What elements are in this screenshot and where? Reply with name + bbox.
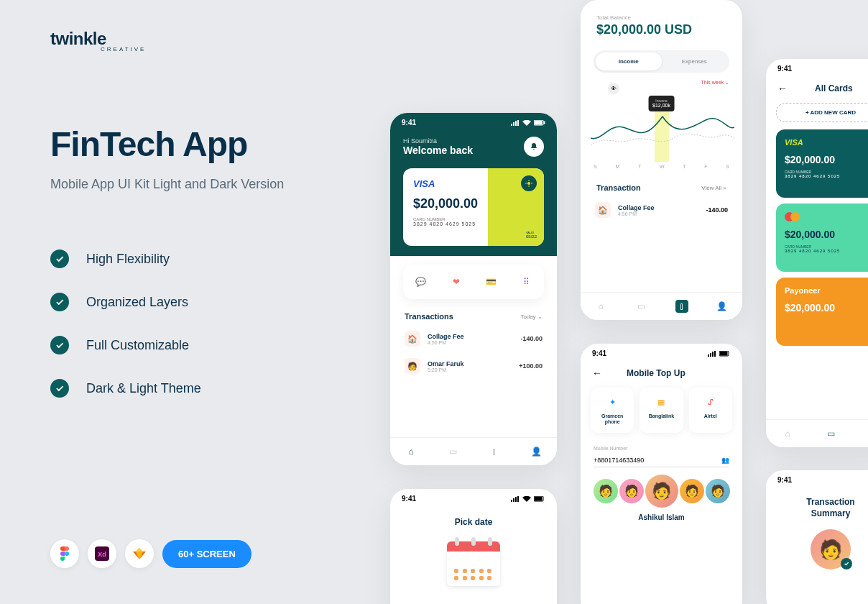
screen-count-badge: 60+ SCREEN — [162, 540, 251, 568]
txn-icon: 🧑 — [405, 358, 420, 374]
bottom-nav: ⌂ ▭ ⫿ — [766, 419, 868, 447]
action-chat-icon[interactable]: 💬 — [412, 273, 430, 290]
avatar[interactable] — [594, 479, 618, 503]
avatar-selected[interactable] — [645, 475, 678, 508]
notification-button[interactable] — [524, 137, 544, 157]
nav-profile-icon[interactable]: 👤 — [716, 300, 729, 313]
nav-home-icon[interactable]: ⌂ — [594, 300, 607, 313]
svg-rect-14 — [517, 496, 519, 502]
txn-name: Collage Fee — [618, 204, 698, 211]
svg-rect-18 — [710, 353, 711, 357]
card-payoneer[interactable]: Payoneer $20,000.00 — [776, 278, 868, 346]
add-card-button[interactable]: + ADD NEW CARD — [776, 103, 868, 122]
feature-item: High Flexibility — [50, 250, 366, 268]
calendar-illustration — [447, 537, 500, 586]
svg-text:Xd: Xd — [98, 551, 106, 558]
card-balance: $20,000.00 — [785, 302, 868, 314]
name-label: Name — [766, 569, 868, 582]
tab-expenses[interactable]: Expenses — [662, 52, 728, 70]
nav-stats-icon[interactable]: ⫿ — [488, 445, 501, 458]
greeting-text: Hi Soumitra — [403, 137, 473, 145]
card-brand: Payoneer — [785, 286, 868, 295]
adobe-xd-icon: Xd — [88, 539, 116, 568]
svg-rect-16 — [535, 497, 542, 500]
nav-wallet-icon[interactable]: ▭ — [824, 427, 837, 440]
card-mastercard[interactable]: $20,000.00 CARD NUMBER 3829 4820 4629 50… — [776, 203, 868, 272]
nav-profile-icon[interactable]: 👤 — [530, 445, 542, 458]
operator-grameenphone[interactable]: ✦ Grameen phone — [591, 388, 634, 433]
mockup-balance: Total Balance $20,000.00 USD Income Expe… — [581, 0, 742, 320]
bottom-nav: ⌂ ▭ ⫿ 👤 — [390, 437, 557, 465]
transaction-row[interactable]: 🏠 Collage Fee 4:56 PM -140.00 — [390, 325, 557, 352]
mobile-number-label: Mobile Number — [581, 433, 742, 454]
nav-stats-icon[interactable]: ⫿ — [675, 300, 688, 313]
view-all-link[interactable]: View All > — [701, 185, 726, 191]
txn-icon: 🏠 — [405, 331, 420, 347]
mockup-topup: 9:41 ← Mobile Top Up ✦ Grameen phone ▦ B… — [581, 344, 742, 604]
welcome-text: Welcome back — [403, 145, 473, 156]
avatar[interactable] — [706, 479, 730, 503]
svg-rect-3 — [511, 124, 512, 126]
svg-rect-20 — [714, 351, 716, 357]
feature-text: Dark & Light Theme — [86, 381, 201, 396]
svg-rect-19 — [712, 352, 714, 357]
txn-icon: 🏠 — [595, 202, 611, 218]
mastercard-icon — [785, 212, 868, 221]
transactions-filter[interactable]: Today ⌄ — [520, 314, 542, 320]
nav-wallet-icon[interactable]: ▭ — [446, 445, 459, 458]
page-title: TransactionSummary — [766, 497, 868, 519]
operator-banglalink[interactable]: ▦ Banglalink — [640, 388, 683, 433]
check-icon — [50, 379, 69, 398]
transaction-row[interactable]: 🧑 Omar Faruk 5:20 PM +100.00 — [390, 352, 557, 380]
action-heart-icon[interactable]: ❤ — [448, 273, 465, 290]
feature-text: Full Customizable — [86, 338, 189, 353]
nav-wallet-icon[interactable]: ▭ — [634, 300, 647, 313]
back-button[interactable]: ← — [777, 83, 788, 94]
card-visa[interactable]: VISA $20,000.00 CARD NUMBER 3829 4820 46… — [776, 129, 868, 198]
status-time: 9:41 — [402, 119, 416, 127]
status-icons — [511, 496, 545, 502]
svg-point-0 — [65, 552, 69, 556]
chart-visibility-icon[interactable]: 👁 — [608, 83, 619, 94]
transaction-row[interactable]: 🏠 Collage Fee 4:56 PM -140.00 — [581, 196, 742, 224]
svg-rect-4 — [513, 122, 514, 126]
nav-home-icon[interactable]: ⌂ — [781, 427, 794, 440]
avatar[interactable] — [619, 479, 644, 503]
grameenphone-icon: ✦ — [605, 395, 619, 409]
txn-amount: -140.00 — [706, 206, 728, 214]
card-balance: $20,000.00 — [785, 154, 868, 165]
nav-home-icon[interactable]: ⌂ — [405, 445, 417, 458]
txn-time: 4:56 PM — [618, 211, 698, 216]
sketch-icon — [125, 539, 154, 568]
action-apps-icon[interactable]: ⠿ — [518, 273, 535, 290]
tab-income[interactable]: Income — [596, 52, 662, 70]
figma-icon — [50, 539, 79, 568]
operator-name: Airtel — [692, 413, 729, 419]
txn-name: Collage Fee — [428, 333, 513, 340]
card-number-label: CARD NUMBER — [785, 170, 868, 174]
contacts-icon[interactable]: 👥 — [721, 457, 729, 464]
action-wallet-icon[interactable]: 💳 — [483, 273, 500, 290]
card-number: 3829 4820 4629 5025 — [785, 249, 868, 253]
mobile-number-input[interactable]: +8801714633490 👥 — [594, 454, 729, 467]
income-expense-tabs: Income Expenses — [594, 50, 729, 73]
verified-icon — [841, 558, 852, 569]
feature-list: High Flexibility Organized Layers Full C… — [50, 250, 366, 398]
svg-rect-9 — [544, 122, 545, 124]
avatar[interactable] — [680, 479, 704, 503]
check-icon — [50, 336, 69, 354]
chart-x-axis: SMTWTFS — [591, 164, 732, 169]
operator-airtel[interactable]: ᔑ Airtel — [689, 388, 732, 433]
feature-item: Organized Layers — [50, 293, 366, 311]
card-number: 3829 4820 4629 5025 — [413, 221, 534, 226]
svg-rect-13 — [515, 497, 517, 502]
operator-list: ✦ Grameen phone ▦ Banglalink ᔑ Airtel — [581, 388, 742, 433]
card-brand: VISA — [785, 138, 868, 147]
primary-card[interactable]: VISA $20,000.00 CARD NUMBER 3829 4820 46… — [403, 168, 544, 246]
brand-tagline: CREATIVE — [101, 46, 366, 52]
back-button[interactable]: ← — [592, 367, 602, 379]
chart-filter[interactable]: This week ⌄ — [701, 80, 729, 86]
svg-rect-6 — [517, 120, 519, 126]
hero-subtitle: Mobile App UI Kit Light and Dark Version — [50, 177, 366, 192]
tools-row: Xd 60+ SCREEN — [50, 539, 251, 568]
